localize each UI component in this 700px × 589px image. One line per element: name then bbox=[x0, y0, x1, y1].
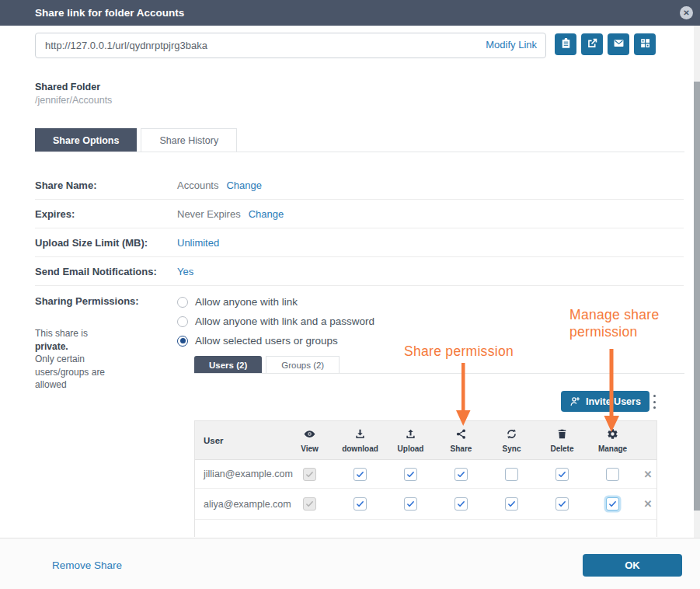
column-label: Manage bbox=[598, 444, 627, 453]
column-header-download: download bbox=[335, 421, 385, 459]
scrollbar-thumb[interactable] bbox=[694, 82, 700, 511]
clipboard-button[interactable] bbox=[555, 33, 576, 55]
column-label: Delete bbox=[550, 444, 573, 453]
option-label: Upload Size Limit (MB): bbox=[35, 237, 177, 249]
column-header-share: Share bbox=[436, 421, 486, 459]
users-groups-tabs: Users (2)Groups (2) bbox=[194, 356, 340, 374]
checkbox-download[interactable] bbox=[353, 468, 367, 481]
subtab-users-2[interactable]: Users (2) bbox=[194, 356, 262, 374]
sharing-permissions-label: Sharing Permissions: bbox=[35, 295, 139, 307]
option-row: Send Email Notifications:Yes bbox=[35, 257, 684, 286]
tab-share-history[interactable]: Share History bbox=[141, 128, 237, 152]
manage-permission-annotation: Manage share permission bbox=[569, 306, 659, 340]
table-row: jillian@example.com✕ bbox=[195, 460, 656, 489]
share-permission-annotation: Share permission bbox=[404, 343, 514, 360]
checkbox-manage[interactable] bbox=[606, 468, 619, 481]
column-header-manage: Manage bbox=[587, 421, 638, 459]
link-action-buttons bbox=[555, 33, 656, 55]
checkbox-share[interactable] bbox=[454, 497, 468, 511]
note-line: private. bbox=[35, 340, 159, 354]
share-url-input[interactable] bbox=[35, 33, 546, 58]
checkbox-sync[interactable] bbox=[505, 497, 518, 511]
modify-link[interactable]: Modify Link bbox=[481, 39, 537, 51]
ok-button[interactable]: OK bbox=[583, 554, 682, 577]
upload-icon bbox=[405, 428, 416, 443]
share-icon bbox=[455, 428, 467, 443]
trash-icon bbox=[556, 428, 568, 443]
invite-users-label: Invite Users bbox=[586, 396, 641, 407]
table-row: aliya@example.com✕ bbox=[195, 489, 656, 520]
checkbox-download[interactable] bbox=[353, 497, 367, 511]
option-row: Upload Size Limit (MB):Unlimited bbox=[35, 228, 684, 257]
radio-allow-selected-users-or-groups[interactable]: Allow selected users or groups bbox=[177, 331, 374, 350]
checkbox-share[interactable] bbox=[454, 468, 468, 481]
option-action-link[interactable]: Unlimited bbox=[177, 237, 219, 249]
checkbox-view bbox=[303, 468, 316, 481]
external-link-icon bbox=[587, 37, 598, 52]
radio-button-icon[interactable] bbox=[177, 316, 188, 327]
envelope-icon bbox=[613, 37, 625, 52]
checkbox-sync[interactable] bbox=[505, 468, 518, 481]
option-action-link[interactable]: Change bbox=[226, 179, 262, 191]
column-label: download bbox=[342, 444, 378, 453]
close-icon[interactable]: ✕ bbox=[680, 6, 693, 19]
option-value: Accounts bbox=[177, 179, 218, 191]
permissions-table: UserViewdownloadUploadShareSyncDeleteMan… bbox=[194, 420, 657, 537]
remove-share-link[interactable]: Remove Share bbox=[52, 559, 122, 571]
dialog-footer: Remove Share OK bbox=[0, 538, 700, 589]
note-line: allowed bbox=[35, 378, 159, 392]
column-header-sync: Sync bbox=[486, 421, 537, 459]
permission-radio-group: Allow anyone with linkAllow anyone with … bbox=[177, 292, 374, 350]
clipboard-icon bbox=[560, 37, 572, 52]
option-value: Never Expires bbox=[177, 208, 241, 220]
grid-button[interactable] bbox=[634, 33, 656, 55]
column-header-delete: Delete bbox=[537, 421, 587, 459]
radio-label: Allow selected users or groups bbox=[195, 335, 338, 347]
person-plus-icon bbox=[569, 396, 581, 407]
eye-icon bbox=[304, 428, 315, 443]
subtab-divider bbox=[194, 373, 684, 374]
column-label: Sync bbox=[503, 444, 521, 453]
tab-divider bbox=[35, 152, 684, 152]
column-label: Share bbox=[451, 444, 472, 453]
tab-share-options[interactable]: Share Options bbox=[35, 128, 137, 152]
checkbox-delete[interactable] bbox=[555, 497, 569, 511]
download-icon bbox=[354, 428, 366, 443]
option-label: Share Name: bbox=[35, 179, 177, 191]
envelope-button[interactable] bbox=[608, 33, 629, 55]
external-link-button[interactable] bbox=[581, 33, 603, 55]
dialog-title: Share link for folder Accounts bbox=[35, 7, 184, 19]
grid-icon bbox=[639, 37, 651, 52]
option-label: Expires: bbox=[35, 208, 177, 220]
radio-allow-anyone-with-link[interactable]: Allow anyone with link bbox=[177, 292, 374, 312]
gear-icon bbox=[607, 428, 618, 443]
remove-user-icon[interactable]: ✕ bbox=[638, 498, 658, 510]
radio-button-icon[interactable] bbox=[177, 297, 188, 308]
checkbox-upload[interactable] bbox=[404, 497, 417, 511]
shared-folder-label: Shared Folder bbox=[35, 82, 100, 92]
option-row: Expires:Never ExpiresChange bbox=[35, 200, 684, 228]
column-label: Upload bbox=[398, 444, 424, 453]
checkbox-delete[interactable] bbox=[555, 468, 569, 481]
remove-user-icon[interactable]: ✕ bbox=[638, 469, 658, 480]
note-line: users/groups are bbox=[35, 366, 159, 379]
share-link-dialog: Share link for folder Accounts ✕ Modify … bbox=[0, 0, 700, 589]
option-action-link[interactable]: Yes bbox=[177, 266, 193, 277]
subtab-groups-2[interactable]: Groups (2) bbox=[266, 356, 340, 374]
radio-button-icon[interactable] bbox=[177, 336, 188, 347]
checkbox-manage[interactable] bbox=[606, 497, 619, 511]
more-options-icon[interactable] bbox=[650, 395, 659, 409]
share-url-wrap: Modify Link bbox=[35, 33, 546, 58]
column-header-view: View bbox=[284, 421, 335, 459]
user-email: jillian@example.com bbox=[195, 469, 284, 479]
main-tabs: Share OptionsShare History bbox=[35, 128, 237, 152]
radio-allow-anyone-with-link-and-a-password[interactable]: Allow anyone with link and a password bbox=[177, 312, 374, 331]
note-line: Only certain bbox=[35, 353, 159, 366]
share-options-list: Share Name:AccountsChangeExpires:Never E… bbox=[35, 171, 684, 286]
option-action-link[interactable]: Change bbox=[249, 208, 284, 220]
user-email: aliya@example.com bbox=[195, 499, 284, 510]
checkbox-upload[interactable] bbox=[404, 468, 417, 481]
dialog-header: Share link for folder Accounts ✕ bbox=[0, 0, 700, 26]
invite-users-button[interactable]: Invite Users bbox=[561, 391, 650, 412]
table-header-row: UserViewdownloadUploadShareSyncDeleteMan… bbox=[195, 421, 656, 460]
